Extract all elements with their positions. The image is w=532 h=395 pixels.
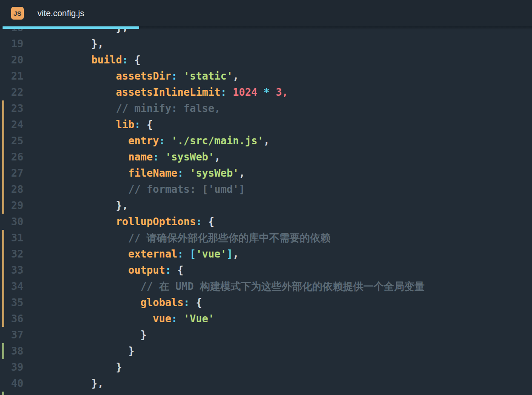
code-line[interactable]: 24 lib: {	[0, 117, 532, 133]
diff-marker-added	[2, 343, 4, 359]
code-line[interactable]: 37 }	[0, 327, 532, 343]
line-number: 22	[0, 84, 23, 100]
line-number: 40	[0, 375, 23, 392]
code-text: }	[23, 359, 122, 375]
code-text: server: {	[23, 392, 165, 395]
code-line[interactable]: 23 // minify: false,	[0, 100, 532, 117]
code-line[interactable]: 38 }	[0, 343, 532, 359]
code-line[interactable]: 32 external: ['vue'],	[0, 246, 532, 262]
tab-title: vite.config.js	[37, 9, 84, 18]
code-line[interactable]: 29 },	[0, 198, 532, 214]
code-text: build: {	[23, 52, 140, 68]
code-line[interactable]: 36 vue: 'Vue'	[0, 311, 532, 327]
code-text: },	[23, 198, 128, 214]
code-text: }	[23, 327, 147, 343]
code-text: // 在 UMD 构建模式下为这些外部化的依赖提供一个全局变量	[23, 278, 425, 295]
tab-bar: JS vite.config.js	[0, 0, 532, 26]
code-text: fileName: 'sysWeb',	[23, 165, 245, 181]
code-text: external: ['vue'],	[23, 246, 239, 262]
editor-window: { "tab": { "title": "vite.config.js", "i…	[0, 0, 532, 395]
code-line[interactable]: 31 // 请确保外部化那些你的库中不需要的依赖	[0, 230, 532, 246]
diff-marker-modified	[2, 100, 4, 214]
code-text: output: {	[23, 262, 183, 278]
code-text: assetsInlineLimit: 1024 * 3,	[23, 84, 288, 100]
diff-marker-added	[2, 392, 4, 395]
javascript-file-icon: JS	[11, 7, 24, 20]
code-text: entry: './src/main.js',	[23, 133, 270, 149]
code-line[interactable]: 19 },	[0, 36, 532, 52]
code-line[interactable]: 28 // formats: ['umd']	[0, 181, 532, 198]
tab-vite-config[interactable]: JS vite.config.js	[0, 0, 139, 26]
code-line[interactable]: 21 assetsDir: 'static',	[0, 68, 532, 84]
line-number: 20	[0, 52, 23, 68]
code-line[interactable]: 35 globals: {	[0, 295, 532, 311]
code-line[interactable]: 40 },	[0, 375, 532, 392]
code-line[interactable]: 27 fileName: 'sysWeb',	[0, 165, 532, 181]
code-text: name: 'sysWeb',	[23, 149, 220, 165]
code-text: // minify: false,	[23, 100, 220, 117]
code-line[interactable]: 41 server: {	[0, 392, 532, 395]
code-text: },	[23, 36, 103, 52]
code-text: // 请确保外部化那些你的库中不需要的依赖	[23, 230, 331, 246]
line-number: 39	[0, 359, 23, 375]
code-line[interactable]: 20 build: {	[0, 52, 532, 68]
code-text: }	[23, 343, 134, 359]
line-number: 30	[0, 214, 23, 230]
code-line[interactable]: 34 // 在 UMD 构建模式下为这些外部化的依赖提供一个全局变量	[0, 278, 532, 295]
code-text: globals: {	[23, 295, 202, 311]
code-text: },	[23, 375, 103, 392]
code-line[interactable]: 39 }	[0, 359, 532, 375]
code-line[interactable]: 22 assetsInlineLimit: 1024 * 3,	[0, 84, 532, 100]
code-text: vue: 'Vue'	[23, 311, 215, 327]
active-tab-underline	[3, 26, 139, 29]
code-line[interactable]: 25 entry: './src/main.js',	[0, 133, 532, 149]
code-area[interactable]: 18 },19 },20 build: {21 assetsDir: 'stat…	[0, 20, 532, 395]
code-line[interactable]: 30 rollupOptions: {	[0, 214, 532, 230]
line-number: 19	[0, 36, 23, 52]
code-text: // formats: ['umd']	[23, 181, 245, 198]
code-line[interactable]: 26 name: 'sysWeb',	[0, 149, 532, 165]
code-text: assetsDir: 'static',	[23, 68, 239, 84]
line-number: 21	[0, 68, 23, 84]
line-number: 37	[0, 327, 23, 343]
diff-marker-modified	[2, 230, 4, 327]
code-text: lib: {	[23, 117, 153, 133]
code-line[interactable]: 33 output: {	[0, 262, 532, 278]
code-text: rollupOptions: {	[23, 214, 215, 230]
